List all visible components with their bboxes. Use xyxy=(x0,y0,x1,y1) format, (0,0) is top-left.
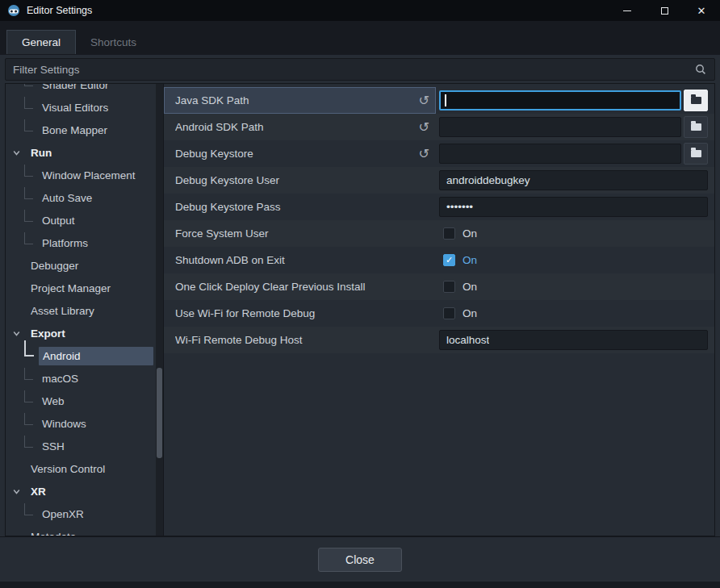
folder-button[interactable] xyxy=(684,90,708,111)
maximize-button[interactable] xyxy=(646,0,683,21)
settings-row: Force System UserOn xyxy=(164,220,714,247)
search-icon xyxy=(694,63,707,76)
chevron-down-icon[interactable] xyxy=(12,329,27,338)
folder-icon xyxy=(691,150,701,157)
folder-icon xyxy=(691,97,701,104)
text-field[interactable]: localhost xyxy=(439,330,708,350)
sidebar-item-label: Project Manager xyxy=(27,279,153,298)
settings-row: Use Wi-Fi for Remote DebugOn xyxy=(164,300,714,327)
checkbox[interactable] xyxy=(443,307,455,319)
sidebar-scrollbar-track[interactable] xyxy=(156,84,163,536)
checkbox[interactable]: ✓ xyxy=(443,254,455,266)
settings-row: Wi-Fi Remote Debug Hostlocalhost xyxy=(164,327,714,353)
sidebar-item-label: macOS xyxy=(38,369,153,388)
checkbox[interactable] xyxy=(443,227,455,240)
godot-app-icon xyxy=(7,4,20,17)
sidebar-tree: Shader EditorVisual EditorsBone MapperRu… xyxy=(6,84,163,536)
tree-connector xyxy=(24,210,33,222)
setting-label-cell[interactable]: One Click Deploy Clear Previous Install xyxy=(164,273,436,300)
sidebar-item-web[interactable]: Web xyxy=(6,390,163,412)
sidebar-item-shader-editor[interactable]: Shader Editor xyxy=(6,84,163,96)
sidebar-item-metadata[interactable]: Metadata xyxy=(6,525,163,536)
path-input[interactable] xyxy=(439,117,681,137)
settings-row: Debug Keystore↺ xyxy=(164,140,714,167)
sidebar-item-window-placement[interactable]: Window Placement xyxy=(6,164,163,186)
minimize-button[interactable] xyxy=(609,0,646,21)
setting-label: One Click Deploy Clear Previous Install xyxy=(175,281,429,293)
setting-value-cell: On xyxy=(436,220,714,247)
tree-connector xyxy=(24,368,33,380)
tab-general[interactable]: General xyxy=(6,30,76,54)
setting-label: Wi-Fi Remote Debug Host xyxy=(175,334,429,346)
sidebar-item-ssh[interactable]: SSH xyxy=(6,435,163,457)
sidebar-item-xr[interactable]: XR xyxy=(6,480,163,503)
setting-label-cell[interactable]: Android SDK Path↺ xyxy=(164,114,436,140)
tree-connector xyxy=(24,119,33,131)
sidebar-item-label: Platforms xyxy=(38,234,153,252)
checkbox-label: On xyxy=(463,307,477,319)
sidebar-item-version-control[interactable]: Version Control xyxy=(6,457,163,480)
sidebar-item-label: Visual Editors xyxy=(38,98,153,117)
setting-label-cell[interactable]: Force System User xyxy=(164,220,436,247)
revert-icon[interactable]: ↺ xyxy=(419,121,429,134)
sidebar-item-run[interactable]: Run xyxy=(6,141,163,164)
titlebar: Editor Settings ✕ xyxy=(0,0,720,21)
checkbox-label: On xyxy=(463,227,477,240)
folder-button[interactable] xyxy=(684,116,708,138)
settings-row: Debug Keystore Pass••••••• xyxy=(164,194,714,220)
sidebar-item-label: Auto Save xyxy=(38,189,153,207)
window-bottom-edge xyxy=(0,582,720,588)
chevron-down-icon[interactable] xyxy=(12,487,27,496)
path-input[interactable] xyxy=(439,144,681,164)
sidebar-item-macos[interactable]: macOS xyxy=(6,367,163,390)
settings-row: Android SDK Path↺ xyxy=(164,114,714,140)
tree-connector xyxy=(24,436,33,448)
sidebar-scrollbar-thumb[interactable] xyxy=(157,368,162,458)
setting-label-cell[interactable]: Shutdown ADB on Exit xyxy=(164,247,436,273)
sidebar-item-label: Bone Mapper xyxy=(38,121,153,140)
revert-icon[interactable]: ↺ xyxy=(419,94,429,107)
sidebar-item-windows[interactable]: Windows xyxy=(6,412,163,435)
sidebar-item-output[interactable]: Output xyxy=(6,209,163,231)
sidebar-item-auto-save[interactable]: Auto Save xyxy=(6,186,163,209)
text-field[interactable]: androiddebugkey xyxy=(439,170,708,190)
sidebar-item-label: Version Control xyxy=(27,460,153,478)
tab-shortcuts[interactable]: Shortcuts xyxy=(76,30,151,54)
footer: Close xyxy=(0,536,720,582)
setting-label-cell[interactable]: Java SDK Path↺ xyxy=(164,87,436,114)
sidebar-item-asset-library[interactable]: Asset Library xyxy=(6,299,163,322)
tree-connector xyxy=(24,97,33,109)
setting-label-cell[interactable]: Debug Keystore Pass xyxy=(164,194,436,220)
setting-label: Android SDK Path xyxy=(175,121,416,133)
setting-value-cell: On xyxy=(436,300,714,327)
settings-row: Debug Keystore Userandroiddebugkey xyxy=(164,167,714,194)
sidebar-item-openxr[interactable]: OpenXR xyxy=(6,503,163,525)
setting-label-cell[interactable]: Debug Keystore↺ xyxy=(164,140,436,167)
settings-rows: Java SDK Path↺Android SDK Path↺Debug Key… xyxy=(164,87,714,353)
text-field[interactable]: ••••••• xyxy=(439,197,708,217)
editor-settings-window: Editor Settings ✕ General Shortcuts Shad… xyxy=(0,0,720,588)
setting-value-cell xyxy=(436,87,714,114)
path-input[interactable] xyxy=(439,90,681,111)
setting-label-cell[interactable]: Wi-Fi Remote Debug Host xyxy=(164,327,436,353)
setting-label-cell[interactable]: Use Wi-Fi for Remote Debug xyxy=(164,300,436,327)
sidebar-item-bone-mapper[interactable]: Bone Mapper xyxy=(6,119,163,141)
close-button[interactable]: Close xyxy=(318,548,402,572)
chevron-down-icon[interactable] xyxy=(12,148,27,157)
sidebar-item-debugger[interactable]: Debugger xyxy=(6,254,163,277)
sidebar-item-project-manager[interactable]: Project Manager xyxy=(6,277,163,299)
sidebar-item-label: Asset Library xyxy=(27,302,153,320)
filter-settings-input[interactable] xyxy=(5,58,715,81)
tree-connector xyxy=(24,413,33,425)
revert-icon[interactable]: ↺ xyxy=(419,148,429,161)
sidebar-item-label: Android xyxy=(39,347,153,365)
folder-button[interactable] xyxy=(684,143,708,165)
sidebar-item-platforms[interactable]: Platforms xyxy=(6,231,163,254)
text-field-value: localhost xyxy=(446,334,489,346)
window-close-button[interactable]: ✕ xyxy=(683,0,720,21)
checkbox[interactable] xyxy=(443,281,455,293)
sidebar-item-android[interactable]: Android xyxy=(6,344,163,367)
maximize-icon xyxy=(661,7,668,15)
setting-label-cell[interactable]: Debug Keystore User xyxy=(164,167,436,194)
sidebar-item-visual-editors[interactable]: Visual Editors xyxy=(6,96,163,119)
